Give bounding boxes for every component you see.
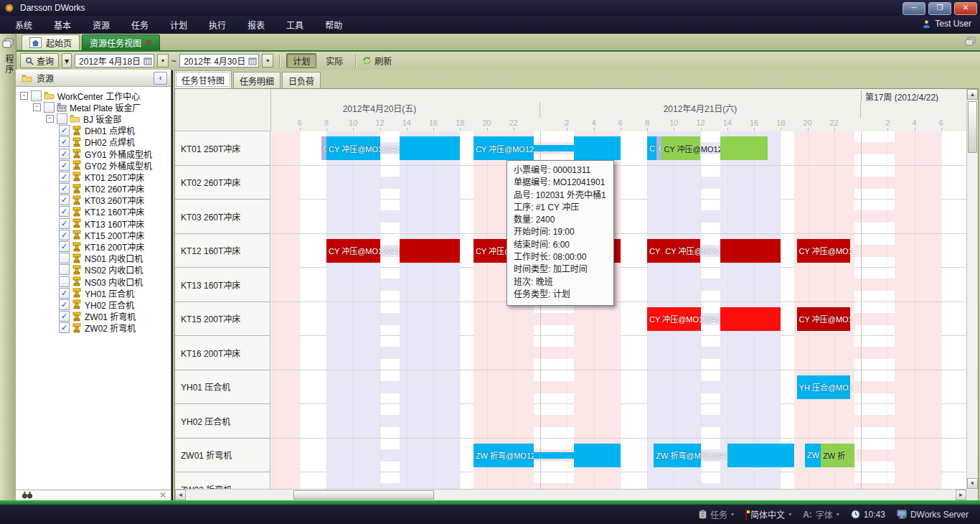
status-item-简体中文[interactable]: 简体中文▾ <box>740 508 797 520</box>
tree-item-KT12[interactable]: ✓KT12 160T冲床 <box>16 206 171 217</box>
tree-checkbox[interactable]: ✓ <box>59 160 70 171</box>
gantt-tab-任务明细[interactable]: 任务明细 <box>233 72 281 88</box>
date-to-dropdown[interactable]: ▾ <box>262 54 273 67</box>
vertical-scrollbar[interactable]: ▲ ▼ <box>966 89 978 489</box>
gantt-bar[interactable] <box>720 239 781 263</box>
gantt-bar[interactable]: CY 冲压@MO12041901 <box>473 136 534 160</box>
tree-item-KT13[interactable]: ✓KT13 160T冲床 <box>16 217 171 229</box>
tree-checkbox[interactable] <box>59 264 70 275</box>
date-from-dropdown[interactable]: ▾ <box>157 54 169 67</box>
tree-item-KT02[interactable]: ✓KT02 260T冲床 <box>16 183 171 195</box>
menu-item-基本[interactable]: 基本 <box>43 16 82 34</box>
collapsed-panel-strip[interactable]: 程序 <box>0 34 17 500</box>
tree-checkbox[interactable]: ✓ <box>59 322 70 333</box>
tab-home[interactable]: 起始页 <box>22 34 80 50</box>
window-list-icon[interactable] <box>965 37 976 46</box>
gantt-bar[interactable] <box>727 444 794 467</box>
menu-item-任务[interactable]: 任务 <box>121 16 159 34</box>
tree-item-ZW02[interactable]: ✓ZW02 折弯机 <box>16 322 171 334</box>
gantt-tab-任务甘特图[interactable]: 任务甘特图 <box>174 70 232 88</box>
tree-checkbox[interactable]: ✓ <box>59 230 70 240</box>
gantt-bar[interactable]: CY 冲 <box>647 239 663 263</box>
tree-checkbox[interactable] <box>59 253 70 263</box>
tree-checkbox[interactable]: ✓ <box>59 299 70 310</box>
chevron-down-icon[interactable]: ▾ <box>788 511 791 518</box>
restore-button[interactable]: ❐ <box>928 2 951 15</box>
tree-checkbox[interactable]: ✓ <box>59 288 70 299</box>
tree-checkbox[interactable]: ✓ <box>59 195 70 205</box>
tree-checkbox[interactable]: ✓ <box>59 136 70 147</box>
gantt-bar[interactable] <box>534 145 574 151</box>
gantt-bar[interactable] <box>534 452 574 459</box>
chevron-down-icon[interactable]: ▾ <box>731 511 734 518</box>
gantt-bar[interactable]: C <box>647 136 656 160</box>
tree-item-DH01[interactable]: ✓DH01 点焊机 <box>16 125 171 136</box>
tree-checkbox[interactable]: ✓ <box>59 172 70 182</box>
gantt-bar[interactable]: CY 冲压@MO1 <box>797 307 851 331</box>
query-dropdown-arrow[interactable]: ▾ <box>62 53 72 68</box>
tree-item-NS02[interactable]: NS02 内收口机 <box>16 264 171 276</box>
find-icon[interactable] <box>22 491 32 499</box>
tree-item-ZW01[interactable]: ✓ZW01 折弯机 <box>16 311 171 322</box>
tree-item-NS03[interactable]: NS03 内收口机 <box>16 276 171 287</box>
gantt-bar[interactable] <box>400 136 460 160</box>
chevron-down-icon[interactable]: ▾ <box>837 511 839 518</box>
actual-toggle[interactable]: 实际 <box>319 53 349 68</box>
horizontal-scrollbar[interactable]: ◄ ► <box>175 489 966 500</box>
tree-item-DH02[interactable]: ✓DH02 点焊机 <box>16 136 171 148</box>
gantt-bar[interactable]: YH 压合@MO1 <box>797 375 851 399</box>
gantt-bar[interactable] <box>400 239 460 263</box>
gantt-bar[interactable] <box>720 307 781 331</box>
status-item-任务[interactable]: 任务▾ <box>693 508 740 520</box>
minimize-button[interactable]: ─ <box>903 2 925 15</box>
close-button[interactable]: ✕ <box>954 2 977 15</box>
tree-checkbox[interactable]: ✓ <box>59 125 70 136</box>
menu-item-计划[interactable]: 计划 <box>159 16 198 34</box>
gantt-bar[interactable]: C <box>656 136 661 160</box>
menu-item-资源[interactable]: 资源 <box>82 16 121 34</box>
query-button[interactable]: 查询 <box>20 53 59 68</box>
menu-item-帮助[interactable]: 帮助 <box>314 16 353 34</box>
date-from-field[interactable]: 2012年 4月18日 <box>75 54 154 67</box>
tree-checkbox[interactable]: ✓ <box>59 311 70 322</box>
tree-item-Metal[interactable]: −Metal Plate 钣金厂 <box>16 101 171 113</box>
refresh-button[interactable]: 刷新 <box>362 55 392 67</box>
menu-item-报表[interactable]: 报表 <box>237 16 275 34</box>
gantt-bar[interactable]: ZW <box>805 444 821 467</box>
gantt-bar[interactable]: CY 冲压@MO12041904 <box>326 239 380 263</box>
tree-checkbox[interactable] <box>44 102 55 113</box>
status-item-字体[interactable]: A:字体▾ <box>797 508 845 520</box>
tree-item-KT03[interactable]: ✓KT03 260T冲床 <box>16 195 171 206</box>
collapse-panel-button[interactable]: ‹ <box>154 72 167 85</box>
clear-filter-icon[interactable]: ✕ <box>159 490 166 500</box>
gantt-bar[interactable]: ZW 折弯@MO12041901 <box>473 444 534 467</box>
tree-item-NS01[interactable]: NS01 内收口机 <box>16 253 171 264</box>
scroll-left-button[interactable]: ◄ <box>175 490 186 500</box>
horizontal-scroll-thumb[interactable] <box>293 490 434 500</box>
tree-expander-icon[interactable]: − <box>46 115 54 123</box>
vertical-scroll-thumb[interactable] <box>968 101 977 153</box>
gantt-bar[interactable]: C <box>321 136 326 160</box>
tree-checkbox[interactable]: ✓ <box>59 149 70 159</box>
tree-checkbox[interactable] <box>59 276 70 287</box>
gantt-bar[interactable]: CY 冲压@MO12041904 <box>663 239 700 263</box>
gantt-bar[interactable]: CY 冲压@MO12041903 <box>647 307 701 331</box>
scroll-right-button[interactable]: ► <box>956 490 966 500</box>
tree-expander-icon[interactable]: − <box>33 103 41 111</box>
gantt-bar[interactable]: ZW 折 <box>821 444 854 467</box>
tree-checkbox[interactable]: ✓ <box>59 241 70 252</box>
date-to-field[interactable]: 2012年 4月30日 <box>179 54 259 67</box>
gantt-bar[interactable]: CY 冲压@MO1 <box>797 239 851 263</box>
tree-expander-icon[interactable]: − <box>20 92 28 100</box>
gantt-bar[interactable]: CY 冲压@MO12041902 <box>661 136 700 160</box>
menu-item-系统[interactable]: 系统 <box>4 16 43 34</box>
scroll-up-button[interactable]: ▲ <box>967 89 978 100</box>
scroll-down-button[interactable]: ▼ <box>967 478 978 489</box>
menu-item-执行[interactable]: 执行 <box>198 16 237 34</box>
gantt-bar[interactable] <box>720 136 767 160</box>
gantt-tab-日负荷[interactable]: 日负荷 <box>282 72 321 88</box>
gantt-bar[interactable]: CY 冲压@MO12041901 <box>326 136 380 160</box>
tree-item-GY01[interactable]: ✓GY01 外桶成型机 <box>16 148 171 159</box>
tree-item-KT01[interactable]: ✓KT01 250T冲床 <box>16 171 171 182</box>
gantt-bar[interactable] <box>574 136 621 160</box>
